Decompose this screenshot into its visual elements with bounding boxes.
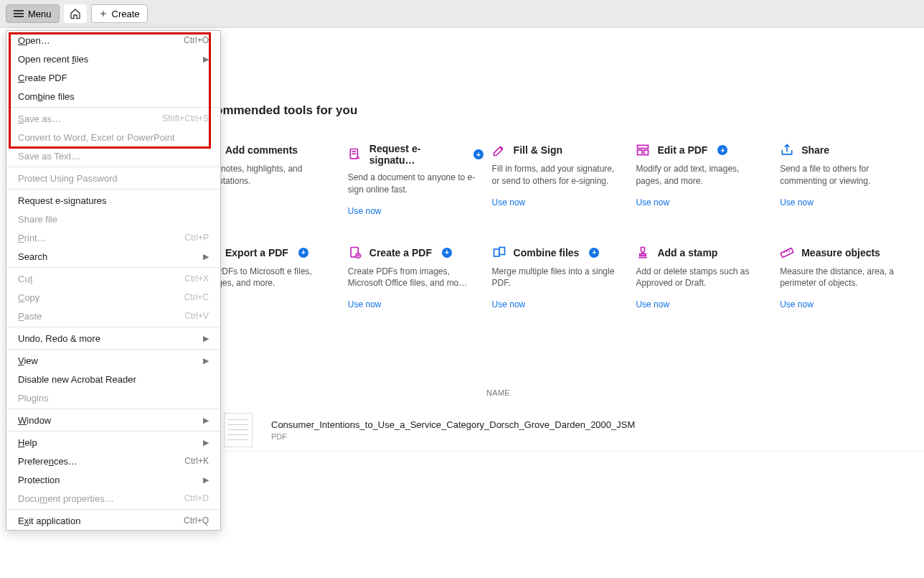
shortcut-label: Ctrl+D xyxy=(184,493,209,503)
create-button[interactable]: Create xyxy=(91,4,148,23)
menu-item[interactable]: Help▶ xyxy=(6,433,220,452)
home-icon xyxy=(70,8,81,19)
menu-item: Print…Ctrl+P xyxy=(6,228,220,247)
menu-item-label: Paste xyxy=(18,311,42,322)
tool-link[interactable]: Use now xyxy=(780,197,814,208)
tool-head: Combine files + xyxy=(492,246,628,260)
shortcut-label: Ctrl+C xyxy=(184,292,209,302)
tool-desc: Send a file to others for commenting or … xyxy=(780,163,909,187)
tool-link[interactable]: Use now xyxy=(492,197,526,208)
tool-link[interactable]: Use now xyxy=(636,299,669,309)
menu-separator xyxy=(6,509,220,510)
chevron-right-icon: ▶ xyxy=(203,438,209,447)
menu-item-label: Cut xyxy=(18,274,32,284)
plus-badge-icon: + xyxy=(717,145,727,155)
tool-head: Add comments xyxy=(204,143,339,157)
menu-item-label: Plugins xyxy=(18,393,49,404)
menu-separator xyxy=(6,267,220,268)
menu-item-label: Exit application xyxy=(18,516,80,526)
menu-item-label: Open… xyxy=(18,35,50,46)
topbar: Menu Create xyxy=(0,0,924,27)
svg-rect-8 xyxy=(499,247,505,254)
tool-title: Measure objects xyxy=(801,247,880,258)
menu-item[interactable]: Protection▶ xyxy=(6,470,220,489)
menu-item[interactable]: View▶ xyxy=(6,351,220,370)
plus-badge-icon: + xyxy=(473,149,484,159)
tool-title: Edit a PDF xyxy=(657,144,707,156)
file-name: Consumer_Intentions_to_Use_a_Service_Cat… xyxy=(271,419,635,430)
tool-head: Create a PDF + xyxy=(348,246,484,260)
menu-item[interactable]: Search▶ xyxy=(6,247,220,266)
tool-head: Edit a PDF + xyxy=(636,143,771,157)
file-thumbnail xyxy=(224,413,253,447)
tool-desc: Modify or add text, images, pages, and m… xyxy=(636,163,765,187)
menu-item-label: Save as Text… xyxy=(18,151,80,162)
tool-card: Share Send a file to others for commenti… xyxy=(780,143,924,246)
menu-item-label: Preferences… xyxy=(18,456,77,467)
menu-item-label: Print… xyxy=(18,233,47,243)
tool-link[interactable]: Use now xyxy=(348,206,382,216)
plus-badge-icon: + xyxy=(442,248,452,258)
tool-desc: Fill in forms, add your signature, or se… xyxy=(492,163,621,187)
tool-desc: Create PDFs from images, Microsoft Offic… xyxy=(348,266,477,290)
fillsign-icon xyxy=(492,143,506,157)
menu-item-label: Window xyxy=(18,415,51,426)
plus-icon xyxy=(99,9,108,18)
tool-link[interactable]: Use now xyxy=(636,197,669,208)
menu-item: CopyCtrl+C xyxy=(6,288,220,307)
col-name: Name xyxy=(486,388,510,397)
menu-item[interactable]: Create PDF xyxy=(6,68,220,87)
menu-item: Share file xyxy=(6,210,220,228)
shortcut-label: Ctrl+K xyxy=(184,456,209,466)
menu-item-label: Document properties… xyxy=(18,493,114,504)
tool-desc: Measure the distance, area, a perimeter … xyxy=(780,266,909,290)
tool-link[interactable]: Use now xyxy=(348,299,382,309)
menu-separator xyxy=(6,349,220,350)
menu-item-label: Save as… xyxy=(18,113,61,124)
menu-item: Save as…Shift+Ctrl+S xyxy=(6,109,220,128)
combine-icon xyxy=(492,246,506,260)
menu-item: Convert to Word, Excel or PowerPoint xyxy=(6,128,220,146)
menu-item-label: View xyxy=(18,355,38,366)
menu-item[interactable]: Undo, Redo & more▶ xyxy=(6,329,220,348)
shortcut-label: Ctrl+Q xyxy=(184,516,209,526)
tool-title: Export a PDF xyxy=(225,247,288,258)
measure-icon xyxy=(780,246,794,260)
tool-desc: Merge multiple files into a single PDF. xyxy=(492,266,621,290)
menu-item-label: Share file xyxy=(18,214,57,225)
file-type: PDF xyxy=(271,432,635,441)
recent-row[interactable]: Consumer_Intentions_to_Use_a_Service_Cat… xyxy=(215,409,924,452)
tool-link[interactable]: Use now xyxy=(780,299,814,309)
svg-rect-9 xyxy=(781,248,793,257)
tool-title: Combine files xyxy=(514,247,580,258)
tool-title: Add a stamp xyxy=(657,247,717,258)
shortcut-label: Ctrl+O xyxy=(184,35,209,45)
menu-item-label: Undo, Redo & more xyxy=(18,333,100,344)
menu-item[interactable]: Combine files xyxy=(6,87,220,106)
home-button[interactable] xyxy=(64,4,87,23)
menu-item[interactable]: Open recent files▶ xyxy=(6,50,220,68)
menu-separator xyxy=(6,167,220,167)
menu-item[interactable]: Preferences…Ctrl+K xyxy=(6,452,220,470)
tool-card: Measure objects Measure the distance, ar… xyxy=(780,246,924,340)
shortcut-label: Shift+Ctrl+S xyxy=(162,113,209,123)
tool-head: Fill & Sign xyxy=(492,143,628,157)
menu-separator xyxy=(6,107,220,108)
tool-card: Create a PDF + Create PDFs from images, … xyxy=(348,246,492,340)
menu-item[interactable]: Exit applicationCtrl+Q xyxy=(6,511,220,530)
menu-item-label: Request e-signatures xyxy=(18,195,107,206)
menu-item-label: Search xyxy=(18,251,47,262)
tool-card: Fill & Sign Fill in forms, add your sign… xyxy=(492,143,636,246)
shortcut-label: Ctrl+X xyxy=(184,274,209,284)
menu-item[interactable]: Request e-signatures xyxy=(6,191,220,210)
menu-item[interactable]: Disable new Acrobat Reader xyxy=(6,370,220,388)
menu-item: PasteCtrl+V xyxy=(6,307,220,325)
menu-item[interactable]: Open…Ctrl+O xyxy=(6,31,220,50)
menu-item-label: Protect Using Password xyxy=(18,173,118,184)
tool-link[interactable]: Use now xyxy=(492,299,526,309)
tool-head: Share xyxy=(780,143,915,157)
menu-button[interactable]: Menu xyxy=(6,4,60,23)
tool-head: Export a PDF + xyxy=(204,246,339,260)
menu-item-label: Protection xyxy=(18,475,60,485)
menu-item[interactable]: Window▶ xyxy=(6,411,220,429)
